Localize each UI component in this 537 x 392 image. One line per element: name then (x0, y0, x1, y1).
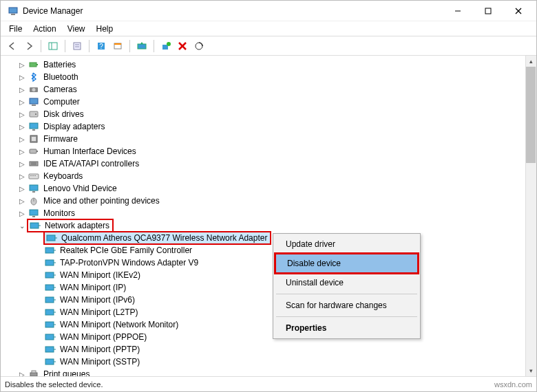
svg-rect-64 (45, 322, 54, 327)
menubar: File Action View Help (1, 21, 536, 36)
tree-item[interactable]: ▷Monitors (2, 207, 536, 219)
network-adapter-icon (45, 294, 56, 305)
tree-label: Human Interface Devices (42, 146, 138, 156)
tree-item[interactable]: ▷Computer (2, 96, 536, 108)
tree-item[interactable]: ▷Bluetooth (2, 71, 536, 83)
tree-item-device[interactable]: WAN Miniport (SSTP) (2, 356, 536, 368)
menu-file[interactable]: File (3, 23, 28, 35)
forward-button[interactable] (21, 39, 36, 54)
action-button[interactable] (110, 39, 125, 54)
help-button[interactable]: ? (94, 39, 109, 54)
tree-label: Lenovo Vhid Device (42, 184, 118, 193)
ctx-uninstall-device[interactable]: Uninstall device (275, 274, 419, 292)
tree-item-device[interactable]: WAN Miniport (IKEv2) (2, 269, 536, 281)
tree-label: IDE ATA/ATAPI controllers (42, 159, 140, 168)
tree-item[interactable]: ▷Print queues (2, 368, 536, 376)
tree-item[interactable]: ▷Lenovo Vhid Device (2, 182, 536, 195)
expand-icon[interactable]: ▷ (17, 72, 27, 82)
tree-item[interactable]: ▷Cameras (2, 83, 536, 96)
tree-item[interactable]: ▷Display adapters (2, 120, 536, 133)
collapse-icon[interactable]: ⌄ (17, 221, 27, 230)
menu-view[interactable]: View (62, 23, 91, 35)
svg-rect-46 (30, 210, 38, 215)
expand-icon[interactable]: ▷ (17, 109, 27, 119)
back-button[interactable] (5, 39, 20, 54)
network-adapter-icon (45, 257, 56, 268)
enable-button[interactable] (158, 39, 173, 54)
show-hide-button[interactable] (45, 39, 61, 54)
tree-item-network-adapters[interactable]: ⌄Network adapters (2, 219, 536, 232)
tree-item-device[interactable]: WAN Miniport (PPTP) (2, 343, 536, 356)
svg-rect-41 (34, 175, 36, 176)
svg-rect-73 (32, 371, 36, 373)
ctx-update-driver[interactable]: Update driver (275, 235, 419, 253)
expand-icon[interactable]: ▷ (17, 171, 27, 181)
svg-rect-30 (32, 129, 35, 131)
tree-label: Print queues (42, 369, 91, 376)
expand-icon[interactable]: ▷ (17, 196, 27, 206)
tree-item[interactable]: ▷Keyboards (2, 170, 536, 182)
scroll-thumb[interactable] (526, 67, 536, 163)
svg-rect-52 (45, 248, 54, 253)
properties-button[interactable] (70, 39, 85, 54)
tree-item-device[interactable]: Qualcomm Atheros QCA9377 Wireless Networ… (2, 232, 536, 244)
scroll-down-icon[interactable]: ▾ (525, 365, 536, 376)
tree-item-device[interactable]: WAN Miniport (PPPOE) (2, 331, 536, 343)
network-adapter-icon (45, 270, 56, 281)
scan-button[interactable] (191, 39, 207, 54)
tree-item[interactable]: ▷Firmware (2, 133, 536, 145)
tree-item-device[interactable]: WAN Miniport (L2TP) (2, 306, 536, 318)
tree-label: WAN Miniport (IKEv2) (59, 270, 142, 280)
svg-rect-21 (30, 63, 36, 67)
scrollbar[interactable]: ▴ ▾ (525, 56, 536, 376)
minimize-button[interactable] (443, 1, 473, 21)
tree-item-device[interactable]: WAN Miniport (Network Monitor) (2, 318, 536, 331)
tree-label: Network adapters (43, 221, 111, 230)
expand-icon[interactable]: ▷ (17, 97, 27, 107)
menu-action[interactable]: Action (28, 23, 61, 35)
tree-item[interactable]: ▷Mice and other pointing devices (2, 195, 536, 207)
statusbar: Disables the selected device. wsxdn.com (1, 376, 536, 391)
window-controls (443, 1, 534, 21)
menu-help[interactable]: Help (91, 23, 119, 35)
expand-icon[interactable]: ▷ (17, 122, 27, 131)
expand-icon[interactable]: ▷ (17, 208, 27, 218)
close-button[interactable] (503, 1, 534, 21)
network-adapter-icon (46, 232, 57, 243)
tree-item-device[interactable]: WAN Miniport (IP) (2, 281, 536, 294)
tree-item[interactable]: ▷IDE ATA/ATAPI controllers (2, 157, 536, 170)
expand-icon[interactable]: ▷ (17, 184, 27, 193)
svg-rect-66 (45, 334, 54, 340)
expand-icon[interactable]: ▷ (17, 60, 27, 69)
scroll-up-icon[interactable]: ▴ (525, 56, 536, 67)
disk-icon (28, 109, 39, 120)
tree-item[interactable]: ▷Batteries (2, 58, 536, 71)
tree-item[interactable]: ▷Human Interface Devices (2, 145, 536, 157)
device-tree[interactable]: ▷Batteries ▷Bluetooth ▷Cameras ▷Computer… (1, 56, 536, 376)
window-title: Device Manager (23, 6, 443, 16)
tree-item[interactable]: ▷Disk drives (2, 108, 536, 120)
tree-item-device[interactable]: TAP-ProtonVPN Windows Adapter V9 (2, 257, 536, 269)
expand-icon[interactable]: ▷ (17, 85, 27, 94)
svg-text:?: ? (99, 43, 103, 50)
expand-icon[interactable]: ▷ (17, 134, 27, 144)
svg-rect-60 (45, 297, 54, 303)
expand-icon[interactable]: ▷ (17, 146, 27, 156)
svg-rect-54 (45, 260, 54, 265)
tree-label: Qualcomm Atheros QCA9377 Wireless Networ… (60, 233, 268, 243)
titlebar: Device Manager (1, 1, 536, 21)
maximize-button[interactable] (473, 1, 503, 21)
ctx-properties[interactable]: Properties (275, 319, 419, 337)
update-driver-button[interactable] (134, 39, 149, 54)
uninstall-button[interactable] (175, 39, 190, 54)
tree-label: Keyboards (42, 171, 84, 181)
tree-item-device[interactable]: Realtek PCIe GbE Family Controller (2, 244, 536, 257)
expand-icon[interactable]: ▷ (17, 369, 27, 376)
expand-icon[interactable]: ▷ (17, 159, 27, 168)
tree-item-device[interactable]: WAN Miniport (IPv6) (2, 294, 536, 306)
ctx-disable-device[interactable]: Disable device (274, 252, 419, 274)
ctx-scan-hardware[interactable]: Scan for hardware changes (275, 296, 419, 314)
svg-rect-26 (32, 105, 36, 106)
separator (89, 40, 90, 52)
hid-icon (28, 146, 39, 157)
